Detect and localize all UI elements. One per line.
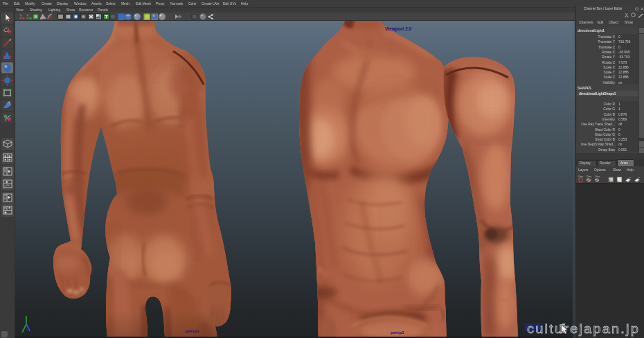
svg-text:Crea: Crea [595, 175, 600, 178]
svg-text:Crea: Crea [587, 175, 591, 178]
svg-text:Crea: Crea [578, 175, 583, 178]
